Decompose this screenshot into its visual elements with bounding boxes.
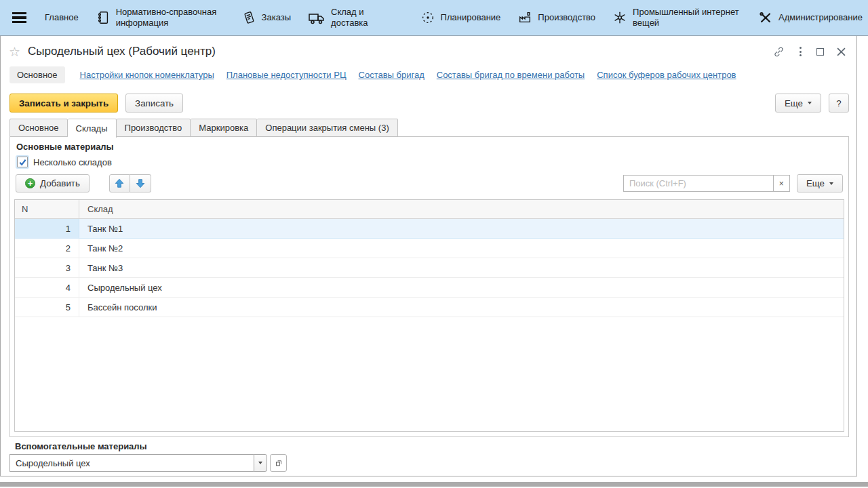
- factory-icon: [517, 10, 532, 25]
- orders-icon: [241, 10, 256, 25]
- menu-item-iiot[interactable]: Промышленный интернет вещей: [612, 7, 741, 28]
- menu-item-administration[interactable]: Администрирование: [758, 10, 863, 25]
- table-more-button[interactable]: Еще: [797, 174, 843, 192]
- menu-item-label: Склад и доставка: [331, 7, 403, 28]
- warehouses-tab-panel: Основные материалы Несколько складов + Д…: [9, 136, 849, 437]
- more-menu-icon[interactable]: [797, 47, 804, 56]
- open-item-button[interactable]: [270, 454, 287, 472]
- add-button[interactable]: + Добавить: [16, 174, 90, 192]
- truck-icon: [308, 10, 326, 25]
- chevron-down-icon: [258, 462, 262, 464]
- nav-tab-main[interactable]: Основное: [9, 66, 65, 83]
- tab-main[interactable]: Основное: [9, 119, 68, 137]
- menu-item-label: Главное: [45, 12, 79, 23]
- menu-item-label: Нормативно-справочная информация: [116, 7, 224, 28]
- combo-dropdown-button[interactable]: [254, 454, 267, 472]
- menu-item-nsi[interactable]: Нормативно-справочная информация: [96, 7, 224, 28]
- menu-item-label: Промышленный интернет вещей: [633, 7, 741, 28]
- table-row[interactable]: 5 Бассейн посолки: [15, 298, 844, 317]
- plus-icon: +: [25, 178, 35, 188]
- row-number: 1: [15, 219, 79, 238]
- column-header-warehouse: Склад: [79, 200, 844, 218]
- main-materials-heading: Основные материалы: [16, 142, 114, 152]
- save-and-close-button[interactable]: Записать и закрыть: [9, 94, 118, 113]
- maximize-icon[interactable]: [816, 48, 824, 56]
- tab-marking[interactable]: Маркировка: [191, 119, 257, 137]
- row-number: 3: [15, 258, 79, 277]
- chevron-down-icon: [808, 102, 812, 104]
- column-header-n: N: [15, 200, 79, 218]
- search-input[interactable]: [623, 175, 774, 192]
- main-menu-icon[interactable]: [11, 11, 28, 25]
- menu-item-production[interactable]: Производство: [517, 10, 595, 25]
- row-number: 2: [15, 239, 79, 258]
- menu-item-label: Производство: [538, 12, 595, 23]
- page-title: Сыродельный цех (Рабочий центр): [28, 45, 216, 58]
- multiple-warehouses-checkbox[interactable]: [17, 157, 28, 167]
- row-number: 4: [15, 278, 79, 297]
- nav-link-downtimes[interactable]: Плановые недоступности РЦ: [226, 70, 347, 80]
- warehouse-name: Бассейн посолки: [79, 298, 844, 317]
- nav-link-item-buttons[interactable]: Настройки кнопок номенклатуры: [80, 70, 214, 80]
- table-more-label: Еще: [806, 178, 825, 188]
- tools-icon: [758, 10, 773, 25]
- chevron-down-icon: [829, 182, 833, 185]
- menu-item-warehouse[interactable]: Склад и доставка: [308, 7, 403, 28]
- add-button-label: Добавить: [40, 178, 80, 188]
- planning-icon: [420, 10, 435, 25]
- search-box: ×: [623, 175, 790, 192]
- book-icon: [96, 10, 111, 25]
- menu-item-orders[interactable]: Заказы: [241, 10, 291, 25]
- save-button[interactable]: Записать: [125, 94, 183, 113]
- menu-item-label: Планирование: [441, 12, 501, 23]
- table-row[interactable]: 4 Сыродельный цех: [15, 278, 844, 298]
- checkbox-label: Несколько складов: [33, 157, 112, 167]
- row-number: 5: [15, 298, 79, 317]
- menu-item-planning[interactable]: Планирование: [420, 10, 501, 25]
- help-button[interactable]: ?: [829, 94, 849, 113]
- aux-materials-heading: Вспомогательные материалы: [15, 441, 147, 451]
- form-nav-links: Основное Настройки кнопок номенклатуры П…: [9, 66, 736, 83]
- tab-production[interactable]: Производство: [117, 119, 191, 137]
- reorder-buttons: [109, 174, 151, 192]
- search-clear-button[interactable]: ×: [774, 175, 790, 192]
- bottom-edge-bar: [0, 482, 868, 487]
- menu-item-main[interactable]: Главное: [45, 12, 79, 23]
- aux-materials-input[interactable]: [9, 454, 254, 472]
- table-row[interactable]: 3 Танк №3: [15, 258, 844, 278]
- move-up-button[interactable]: [109, 174, 130, 192]
- close-icon[interactable]: [837, 47, 846, 56]
- window-controls: [773, 46, 846, 58]
- nav-link-buffers[interactable]: Список буферов рабочих центров: [597, 70, 736, 80]
- nav-link-crews[interactable]: Составы бригад: [359, 70, 425, 80]
- multiple-warehouses-option: Несколько складов: [17, 157, 112, 167]
- nav-link-crews-by-time[interactable]: Составы бригад по времени работы: [437, 70, 585, 80]
- title-row: ☆ Сыродельный цех (Рабочий центр): [9, 41, 850, 62]
- form-toolbar: Записать и закрыть Записать Еще ?: [9, 94, 849, 113]
- tab-shift-close-ops[interactable]: Операции закрытия смены (3): [257, 119, 397, 137]
- warehouse-name: Сыродельный цех: [79, 278, 844, 297]
- form-tabs: Основное Склады Производство Маркировка …: [9, 119, 398, 137]
- aux-materials-field: [9, 454, 287, 472]
- table-row[interactable]: 1 Танк №1: [15, 219, 844, 239]
- favorite-star-icon[interactable]: ☆: [9, 44, 20, 60]
- warehouse-name: Танк №1: [79, 219, 844, 238]
- link-icon[interactable]: [773, 46, 785, 58]
- iiot-icon: [612, 10, 627, 25]
- table-toolbar: + Добавить × Еще: [16, 174, 843, 192]
- menu-item-label: Администрирование: [778, 12, 863, 23]
- form-window: ☆ Сыродельный цех (Рабочий центр) Основн…: [0, 36, 857, 476]
- table-row[interactable]: 2 Танк №2: [15, 239, 844, 258]
- more-button[interactable]: Еще: [775, 94, 821, 113]
- menu-item-label: Заказы: [262, 12, 291, 23]
- warehouses-table: N Склад 1 Танк №1 2 Танк №2 3 Танк №3 4 …: [14, 199, 844, 432]
- warehouse-name: Танк №2: [79, 239, 844, 258]
- warehouse-name: Танк №3: [79, 258, 844, 277]
- tab-warehouses[interactable]: Склады: [68, 119, 117, 138]
- table-header: N Склад: [15, 200, 844, 219]
- more-button-label: Еще: [785, 98, 803, 108]
- section-menubar: Главное Нормативно-справочная информация…: [0, 0, 868, 36]
- move-down-button[interactable]: [130, 174, 151, 192]
